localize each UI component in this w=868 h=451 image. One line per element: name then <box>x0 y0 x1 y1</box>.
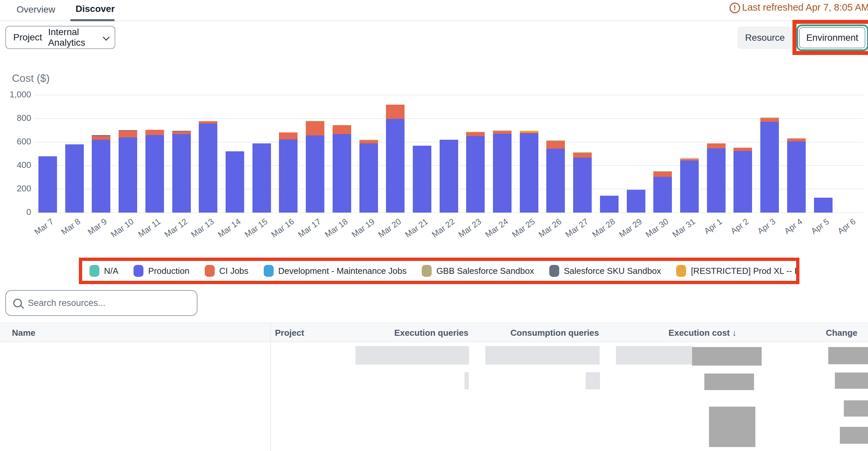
bar-segment[interactable] <box>573 158 592 213</box>
legend-item[interactable]: [RESTRICTED] Prod XL -- Full-Refresh job… <box>676 265 799 277</box>
bar-segment[interactable] <box>520 132 538 133</box>
bar-segment[interactable] <box>92 136 110 140</box>
bar-segment[interactable] <box>386 119 404 213</box>
bar-segment[interactable] <box>680 161 699 213</box>
column-header-name[interactable]: Name <box>12 323 35 343</box>
bar-segment[interactable] <box>252 143 271 213</box>
app-window: Overview Discover ! Last refreshed Apr 7… <box>0 0 868 451</box>
bar-segment[interactable] <box>199 124 217 213</box>
value-highlight <box>355 346 469 364</box>
legend-swatch <box>422 265 432 277</box>
bar-segment[interactable] <box>520 133 538 213</box>
bar-segment[interactable] <box>493 134 512 213</box>
bar-segment[interactable] <box>546 149 565 213</box>
bar-segment[interactable] <box>653 171 672 172</box>
bar-segment[interactable] <box>707 143 725 148</box>
bar-segment[interactable] <box>520 131 538 132</box>
bar-segment[interactable] <box>119 130 137 131</box>
column-header-change[interactable]: Change <box>758 323 858 343</box>
column-header-consumption-queries[interactable]: Consumption queries <box>470 323 599 343</box>
environment-toggle-button[interactable]: Environment <box>799 27 865 49</box>
bar-segment[interactable] <box>734 148 752 151</box>
bar-segment[interactable] <box>573 152 592 153</box>
bar-segment[interactable] <box>306 121 324 122</box>
redaction-box <box>844 400 868 417</box>
y-tick-label: 800 <box>0 113 31 123</box>
tab-overview[interactable]: Overview <box>17 4 55 15</box>
legend-label: Production <box>148 266 189 276</box>
bar-segment[interactable] <box>172 131 191 131</box>
bar-segment[interactable] <box>546 141 565 149</box>
resource-toggle-button[interactable]: Resource <box>738 27 793 49</box>
bar-segment[interactable] <box>734 151 752 213</box>
bar-segment[interactable] <box>38 156 57 213</box>
bar-segment[interactable] <box>92 135 110 136</box>
legend-label: [RESTRICTED] Prod XL -- Full-Refresh job… <box>691 266 799 276</box>
bar-segment[interactable] <box>119 131 137 137</box>
bar-segment[interactable] <box>546 140 565 141</box>
legend-item[interactable]: Development - Maintenance Jobs <box>264 265 406 277</box>
bar-segment[interactable] <box>333 125 351 134</box>
bar-segment[interactable] <box>360 140 378 140</box>
bar-segment[interactable] <box>466 136 485 213</box>
bar-segment[interactable] <box>226 151 244 213</box>
bar-segment[interactable] <box>172 134 191 213</box>
bar-segment[interactable] <box>653 177 672 213</box>
bar-segment[interactable] <box>653 172 672 177</box>
legend-item[interactable]: N/A <box>89 265 118 277</box>
legend-swatch <box>89 265 99 277</box>
legend-item[interactable]: CI Jobs <box>205 265 248 277</box>
bar-segment[interactable] <box>306 135 324 213</box>
bar-segment[interactable] <box>306 121 324 135</box>
legend-item[interactable]: GBB Salesforce Sandbox <box>422 265 534 277</box>
bar-segment[interactable] <box>466 132 485 136</box>
redaction-box <box>704 374 754 390</box>
redaction-box <box>828 347 868 364</box>
bar-segment[interactable] <box>119 137 137 213</box>
project-filter-dropdown[interactable]: Project Internal Analytics <box>5 26 115 49</box>
column-header-execution-cost[interactable]: Execution cost ↓ <box>613 323 737 343</box>
bar-segment[interactable] <box>787 138 806 141</box>
warning-icon: ! <box>730 3 740 13</box>
y-tick-label: 600 <box>0 136 31 147</box>
column-header-execution-queries[interactable]: Execution queries <box>336 323 468 343</box>
bar-segment[interactable] <box>146 135 164 213</box>
bar-segment[interactable] <box>760 122 779 213</box>
bar-segment[interactable] <box>146 130 164 135</box>
legend-item[interactable]: Production <box>133 265 189 277</box>
bar-segment[interactable] <box>707 148 725 213</box>
bar-segment[interactable] <box>600 196 619 213</box>
column-header-project[interactable]: Project <box>275 323 304 343</box>
bar-segment[interactable] <box>814 198 833 213</box>
bar-segment[interactable] <box>627 190 645 213</box>
bar-segment[interactable] <box>333 134 351 213</box>
bar-segment[interactable] <box>279 139 298 213</box>
bar-segment[interactable] <box>386 105 404 119</box>
table-header: Name Project Execution queries Consumpti… <box>0 323 868 342</box>
bar-segment[interactable] <box>493 131 512 134</box>
bar-segment[interactable] <box>172 131 191 134</box>
bar-segment[interactable] <box>360 140 378 143</box>
bar-segment[interactable] <box>680 158 699 159</box>
bar-segment[interactable] <box>279 132 298 139</box>
bar-segment[interactable] <box>440 140 458 213</box>
bar-segment[interactable] <box>466 132 485 132</box>
tabbar-divider <box>0 21 868 21</box>
bar-segment[interactable] <box>92 140 110 213</box>
tab-discover[interactable]: Discover <box>75 3 115 14</box>
bar-segment[interactable] <box>493 130 512 131</box>
bar-segment[interactable] <box>413 146 431 213</box>
bar-segment[interactable] <box>360 143 378 213</box>
bar-segment[interactable] <box>760 118 779 122</box>
search-input[interactable]: Search resources... <box>5 290 197 316</box>
bar-segment[interactable] <box>199 121 217 124</box>
bar-segment[interactable] <box>65 144 84 213</box>
bar-segment[interactable] <box>760 118 779 118</box>
y-tick-label: 0 <box>0 207 31 217</box>
bar-segment[interactable] <box>573 153 592 158</box>
value-highlight <box>616 346 693 364</box>
bar-segment[interactable] <box>680 159 699 161</box>
bar-segment[interactable] <box>787 141 806 213</box>
project-filter-value: Internal Analytics <box>48 27 94 48</box>
legend-item[interactable]: Salesforce SKU Sandbox <box>549 265 661 277</box>
